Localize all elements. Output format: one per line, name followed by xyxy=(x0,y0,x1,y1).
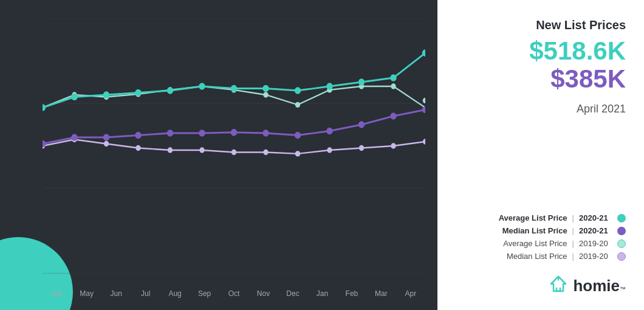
right-panel: New List Prices $518.6K $385K April 2021… xyxy=(437,0,644,310)
homie-wordmark: homie xyxy=(573,277,620,295)
avg-price: $518.6K xyxy=(456,37,626,65)
legend-year-med-2021: 2020-21 xyxy=(579,226,612,235)
legend: Average List Price | 2020-21 Median List… xyxy=(456,213,626,264)
legend-dot-med-2021 xyxy=(617,227,626,235)
x-label-sep: Sep xyxy=(190,289,219,298)
svg-point-28 xyxy=(391,143,396,148)
x-label-aug: Aug xyxy=(160,289,190,298)
legend-label-med-2020: Median List Price xyxy=(507,252,567,261)
homie-logo: homie™ xyxy=(456,274,626,298)
x-label-may: May xyxy=(72,289,101,298)
svg-point-54 xyxy=(390,112,397,120)
svg-point-38 xyxy=(295,87,301,94)
legend-dot-med-2020 xyxy=(617,252,626,261)
svg-point-23 xyxy=(231,150,236,155)
svg-point-32 xyxy=(103,91,110,98)
x-axis: Apr May Jun Jul Aug Sep Oct Nov Dec Jan … xyxy=(43,289,425,298)
x-label-feb: Feb xyxy=(337,289,366,298)
svg-point-36 xyxy=(231,85,238,92)
svg-point-37 xyxy=(262,85,269,92)
svg-point-35 xyxy=(199,83,205,90)
svg-point-24 xyxy=(263,150,268,155)
legend-item-med-2020: Median List Price | 2019-20 xyxy=(456,252,626,261)
x-label-mar: Mar xyxy=(366,289,396,298)
svg-point-39 xyxy=(326,83,333,90)
legend-year-avg-2021: 2020-21 xyxy=(579,213,612,222)
svg-point-12 xyxy=(295,102,300,108)
legend-item-avg-2021: Average List Price | 2020-21 xyxy=(456,213,626,222)
svg-point-15 xyxy=(391,83,396,89)
svg-point-29 xyxy=(423,139,425,144)
svg-point-27 xyxy=(359,145,364,151)
panel-title: New List Prices xyxy=(456,18,626,32)
x-label-dec: Dec xyxy=(278,289,307,298)
svg-point-22 xyxy=(199,147,204,153)
legend-label-med-2021: Median List Price xyxy=(502,226,567,235)
date-label: April 2021 xyxy=(456,103,626,115)
svg-point-11 xyxy=(263,92,268,97)
legend-year-avg-2020: 2019-20 xyxy=(579,239,612,248)
med-price: $385K xyxy=(456,65,626,93)
svg-point-25 xyxy=(295,151,300,156)
x-label-jun: Jun xyxy=(101,289,131,298)
legend-item-avg-2020: Average List Price | 2019-20 xyxy=(456,239,626,248)
x-label-jul: Jul xyxy=(131,289,160,298)
legend-label-avg-2020: Average List Price xyxy=(503,239,567,248)
svg-point-53 xyxy=(358,121,365,128)
svg-point-19 xyxy=(104,141,109,146)
svg-point-46 xyxy=(135,132,142,139)
legend-dot-avg-2020 xyxy=(617,239,626,248)
svg-point-20 xyxy=(135,145,140,151)
svg-point-45 xyxy=(103,134,110,141)
legend-year-med-2020: 2019-20 xyxy=(579,252,612,261)
svg-point-31 xyxy=(71,94,78,101)
x-label-jan: Jan xyxy=(307,289,337,298)
x-label-oct: Oct xyxy=(219,289,248,298)
svg-point-55 xyxy=(422,106,425,114)
x-label-nov: Nov xyxy=(248,289,278,298)
svg-point-50 xyxy=(262,129,269,137)
svg-point-33 xyxy=(135,89,142,97)
svg-point-43 xyxy=(43,140,46,148)
legend-dot-avg-2021 xyxy=(617,214,626,222)
svg-point-49 xyxy=(231,129,238,136)
svg-point-34 xyxy=(167,87,174,94)
chart-svg: $518.6 $390.4 $385 $309.9 xyxy=(43,18,425,274)
svg-point-48 xyxy=(199,129,205,137)
svg-point-21 xyxy=(168,147,173,153)
svg-point-47 xyxy=(167,129,174,137)
svg-point-41 xyxy=(390,74,397,81)
x-label-apr2: Apr xyxy=(396,289,425,298)
svg-point-51 xyxy=(295,132,301,139)
chart-panel: $600 $400 $200 $0 xyxy=(0,0,437,310)
svg-point-30 xyxy=(43,104,46,111)
legend-item-med-2021: Median List Price | 2020-21 xyxy=(456,226,626,235)
svg-point-52 xyxy=(326,128,333,135)
homie-icon xyxy=(549,274,568,298)
x-label-apr1: Apr xyxy=(43,289,72,298)
svg-point-16 xyxy=(423,98,425,103)
legend-label-avg-2021: Average List Price xyxy=(499,213,567,222)
homie-trademark: ™ xyxy=(620,286,626,292)
svg-point-40 xyxy=(358,78,365,86)
svg-point-44 xyxy=(71,134,78,141)
svg-point-26 xyxy=(327,147,332,153)
